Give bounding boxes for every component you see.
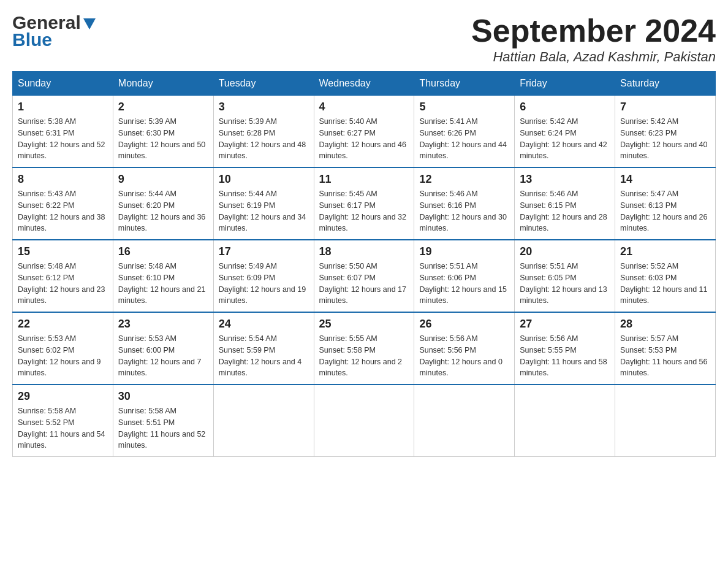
- calendar-cell: 26Sunrise: 5:56 AMSunset: 5:56 PMDayligh…: [414, 312, 515, 385]
- day-info: Sunrise: 5:53 AMSunset: 6:00 PMDaylight:…: [118, 333, 208, 379]
- day-number: 3: [219, 101, 309, 113]
- column-header-tuesday: Tuesday: [213, 72, 314, 96]
- day-info: Sunrise: 5:41 AMSunset: 6:26 PMDaylight:…: [419, 116, 509, 162]
- day-number: 20: [520, 245, 610, 258]
- day-info: Sunrise: 5:39 AMSunset: 6:28 PMDaylight:…: [219, 116, 309, 162]
- day-info: Sunrise: 5:40 AMSunset: 6:27 PMDaylight:…: [319, 116, 409, 162]
- column-header-friday: Friday: [515, 72, 615, 96]
- day-number: 6: [520, 101, 610, 113]
- calendar-header-row: SundayMondayTuesdayWednesdayThursdayFrid…: [13, 72, 716, 96]
- calendar-cell: 27Sunrise: 5:56 AMSunset: 5:55 PMDayligh…: [515, 312, 615, 385]
- day-number: 17: [219, 245, 309, 258]
- calendar-cell: 25Sunrise: 5:55 AMSunset: 5:58 PMDayligh…: [314, 312, 414, 385]
- calendar-week-4: 22Sunrise: 5:53 AMSunset: 6:02 PMDayligh…: [13, 312, 716, 385]
- calendar-week-1: 1Sunrise: 5:38 AMSunset: 6:31 PMDaylight…: [13, 96, 716, 168]
- calendar-cell: 30Sunrise: 5:58 AMSunset: 5:51 PMDayligh…: [113, 385, 213, 457]
- calendar-cell: 8Sunrise: 5:43 AMSunset: 6:22 PMDaylight…: [13, 167, 113, 240]
- column-header-saturday: Saturday: [615, 72, 716, 96]
- day-info: Sunrise: 5:53 AMSunset: 6:02 PMDaylight:…: [18, 333, 108, 379]
- day-number: 23: [118, 318, 208, 331]
- column-header-wednesday: Wednesday: [314, 72, 414, 96]
- day-number: 27: [520, 318, 610, 331]
- day-number: 1: [18, 101, 108, 113]
- logo: General Blue: [12, 12, 96, 50]
- day-info: Sunrise: 5:39 AMSunset: 6:30 PMDaylight:…: [118, 116, 208, 162]
- day-number: 19: [419, 245, 509, 258]
- column-header-monday: Monday: [113, 72, 213, 96]
- calendar-cell: [615, 385, 716, 457]
- page-header: General Blue September 2024 Hattian Bala…: [12, 12, 716, 65]
- day-number: 14: [620, 173, 710, 186]
- day-number: 16: [118, 245, 208, 258]
- day-info: Sunrise: 5:56 AMSunset: 5:55 PMDaylight:…: [520, 333, 610, 379]
- column-header-thursday: Thursday: [414, 72, 515, 96]
- calendar-cell: 2Sunrise: 5:39 AMSunset: 6:30 PMDaylight…: [113, 96, 213, 168]
- calendar-cell: 15Sunrise: 5:48 AMSunset: 6:12 PMDayligh…: [13, 240, 113, 312]
- day-number: 13: [520, 173, 610, 186]
- month-title: September 2024: [471, 12, 716, 49]
- day-number: 9: [118, 173, 208, 186]
- calendar-cell: 16Sunrise: 5:48 AMSunset: 6:10 PMDayligh…: [113, 240, 213, 312]
- calendar-cell: 6Sunrise: 5:42 AMSunset: 6:24 PMDaylight…: [515, 96, 615, 168]
- calendar-cell: 17Sunrise: 5:49 AMSunset: 6:09 PMDayligh…: [213, 240, 314, 312]
- calendar-cell: 24Sunrise: 5:54 AMSunset: 5:59 PMDayligh…: [213, 312, 314, 385]
- day-number: 5: [419, 101, 509, 113]
- calendar-cell: 10Sunrise: 5:44 AMSunset: 6:19 PMDayligh…: [213, 167, 314, 240]
- logo-triangle-icon: [83, 18, 96, 29]
- calendar-cell: 21Sunrise: 5:52 AMSunset: 6:03 PMDayligh…: [615, 240, 716, 312]
- day-info: Sunrise: 5:45 AMSunset: 6:17 PMDaylight:…: [319, 188, 409, 234]
- calendar-cell: 19Sunrise: 5:51 AMSunset: 6:06 PMDayligh…: [414, 240, 515, 312]
- calendar-cell: 23Sunrise: 5:53 AMSunset: 6:00 PMDayligh…: [113, 312, 213, 385]
- calendar-table: SundayMondayTuesdayWednesdayThursdayFrid…: [12, 71, 716, 457]
- calendar-cell: 22Sunrise: 5:53 AMSunset: 6:02 PMDayligh…: [13, 312, 113, 385]
- day-info: Sunrise: 5:50 AMSunset: 6:07 PMDaylight:…: [319, 261, 409, 307]
- day-number: 30: [118, 390, 208, 403]
- day-info: Sunrise: 5:51 AMSunset: 6:06 PMDaylight:…: [419, 261, 509, 307]
- day-info: Sunrise: 5:52 AMSunset: 6:03 PMDaylight:…: [620, 261, 710, 307]
- calendar-cell: 12Sunrise: 5:46 AMSunset: 6:16 PMDayligh…: [414, 167, 515, 240]
- day-number: 10: [219, 173, 309, 186]
- calendar-cell: 20Sunrise: 5:51 AMSunset: 6:05 PMDayligh…: [515, 240, 615, 312]
- day-info: Sunrise: 5:56 AMSunset: 5:56 PMDaylight:…: [419, 333, 509, 379]
- calendar-cell: 5Sunrise: 5:41 AMSunset: 6:26 PMDaylight…: [414, 96, 515, 168]
- calendar-week-2: 8Sunrise: 5:43 AMSunset: 6:22 PMDaylight…: [13, 167, 716, 240]
- day-info: Sunrise: 5:49 AMSunset: 6:09 PMDaylight:…: [219, 261, 309, 307]
- day-info: Sunrise: 5:42 AMSunset: 6:23 PMDaylight:…: [620, 116, 710, 162]
- calendar-cell: 28Sunrise: 5:57 AMSunset: 5:53 PMDayligh…: [615, 312, 716, 385]
- day-number: 4: [319, 101, 409, 113]
- day-number: 29: [18, 390, 108, 403]
- day-info: Sunrise: 5:55 AMSunset: 5:58 PMDaylight:…: [319, 333, 409, 379]
- day-info: Sunrise: 5:57 AMSunset: 5:53 PMDaylight:…: [620, 333, 710, 379]
- day-info: Sunrise: 5:46 AMSunset: 6:16 PMDaylight:…: [419, 188, 509, 234]
- day-number: 21: [620, 245, 710, 258]
- day-number: 8: [18, 173, 108, 186]
- location: Hattian Bala, Azad Kashmir, Pakistan: [471, 49, 716, 65]
- day-number: 24: [219, 318, 309, 331]
- day-number: 26: [419, 318, 509, 331]
- calendar-cell: 14Sunrise: 5:47 AMSunset: 6:13 PMDayligh…: [615, 167, 716, 240]
- calendar-cell: 7Sunrise: 5:42 AMSunset: 6:23 PMDaylight…: [615, 96, 716, 168]
- calendar-week-5: 29Sunrise: 5:58 AMSunset: 5:52 PMDayligh…: [13, 385, 716, 457]
- day-info: Sunrise: 5:58 AMSunset: 5:51 PMDaylight:…: [118, 405, 208, 451]
- day-info: Sunrise: 5:44 AMSunset: 6:19 PMDaylight:…: [219, 188, 309, 234]
- day-number: 11: [319, 173, 409, 186]
- calendar-cell: [414, 385, 515, 457]
- day-number: 2: [118, 101, 208, 113]
- day-info: Sunrise: 5:51 AMSunset: 6:05 PMDaylight:…: [520, 261, 610, 307]
- calendar-cell: [314, 385, 414, 457]
- calendar-cell: 18Sunrise: 5:50 AMSunset: 6:07 PMDayligh…: [314, 240, 414, 312]
- day-info: Sunrise: 5:43 AMSunset: 6:22 PMDaylight:…: [18, 188, 108, 234]
- calendar-cell: 4Sunrise: 5:40 AMSunset: 6:27 PMDaylight…: [314, 96, 414, 168]
- calendar-cell: [515, 385, 615, 457]
- column-header-sunday: Sunday: [13, 72, 113, 96]
- day-info: Sunrise: 5:38 AMSunset: 6:31 PMDaylight:…: [18, 116, 108, 162]
- calendar-cell: 3Sunrise: 5:39 AMSunset: 6:28 PMDaylight…: [213, 96, 314, 168]
- logo-blue: Blue: [12, 29, 52, 50]
- calendar-cell: [213, 385, 314, 457]
- day-number: 18: [319, 245, 409, 258]
- day-number: 7: [620, 101, 710, 113]
- calendar-cell: 29Sunrise: 5:58 AMSunset: 5:52 PMDayligh…: [13, 385, 113, 457]
- day-info: Sunrise: 5:58 AMSunset: 5:52 PMDaylight:…: [18, 405, 108, 451]
- day-info: Sunrise: 5:46 AMSunset: 6:15 PMDaylight:…: [520, 188, 610, 234]
- day-info: Sunrise: 5:42 AMSunset: 6:24 PMDaylight:…: [520, 116, 610, 162]
